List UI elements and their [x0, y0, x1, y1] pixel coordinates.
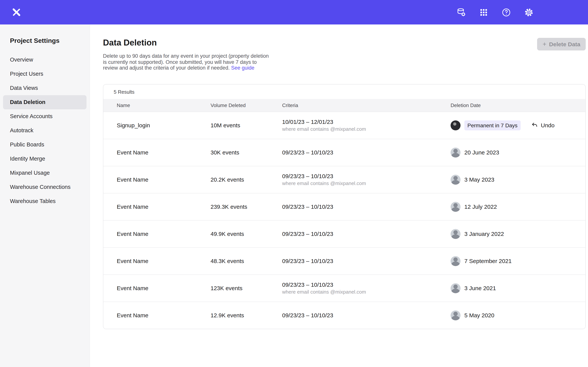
row-criteria: 09/23/23 – 10/10/23: [282, 312, 450, 318]
sidebar-nav: Overview Project Users Data Views Data D…: [0, 53, 90, 208]
row-criteria-cell: 09/23/23 – 10/10/23: [282, 231, 450, 237]
sidebar-item-autotrack[interactable]: Autotrack: [3, 124, 86, 138]
sidebar-item-data-views[interactable]: Data Views: [3, 81, 86, 95]
sidebar-item-label: Mixpanel Usage: [10, 170, 50, 176]
row-volume: 123K events: [211, 285, 282, 291]
row-deletion-cell: 5 May 2020: [450, 310, 578, 320]
row-volume: 48.3K events: [211, 258, 282, 264]
sidebar-item-label: Public Boards: [10, 142, 44, 148]
row-criteria-subtext: where email contains @mixpanel.com: [282, 180, 450, 186]
sidebar-item-label: Service Accounts: [10, 113, 52, 119]
row-deletion-date: 3 June 2021: [464, 285, 496, 291]
row-criteria-cell: 10/01/23 – 12/01/23 where email contains…: [282, 118, 450, 132]
main-content: Data Deletion Delete up to 90 days data …: [90, 25, 588, 367]
user-avatar: [450, 120, 460, 130]
sidebar-title: Project Settings: [0, 37, 90, 45]
sidebar-item-label: Data Deletion: [10, 99, 45, 105]
row-volume: 12.9K events: [211, 312, 282, 318]
sidebar-item-public-boards[interactable]: Public Boards: [3, 138, 86, 152]
row-deletion-cell: 3 January 2022: [450, 229, 578, 239]
row-name: Event Name: [117, 149, 211, 156]
table-row[interactable]: Event Name 239.3K events 09/23/23 – 10/1…: [103, 193, 585, 220]
row-volume: 30K events: [211, 149, 282, 156]
row-criteria: 09/23/23 – 10/10/23: [282, 231, 450, 237]
sidebar-item-label: Project Users: [10, 71, 43, 77]
row-deletion-date: 7 September 2021: [464, 258, 512, 264]
row-criteria-subtext: where email contains @mixpanel.com: [282, 126, 450, 132]
row-criteria: 10/01/23 – 12/01/23: [282, 118, 450, 125]
settings-sidebar: Project Settings Overview Project Users …: [0, 25, 90, 367]
sidebar-item-label: Warehouse Tables: [10, 198, 56, 204]
row-deletion-date: 12 July 2022: [464, 203, 497, 210]
page-header-text: Data Deletion Delete up to 90 days data …: [103, 38, 272, 71]
row-volume: 10M events: [211, 122, 282, 128]
row-deletion-cell: 3 June 2021: [450, 283, 578, 293]
row-name: Event Name: [117, 203, 211, 210]
help-icon[interactable]: [501, 7, 511, 17]
sidebar-item-service-accounts[interactable]: Service Accounts: [3, 109, 86, 124]
data-management-icon[interactable]: [456, 7, 466, 17]
column-header-criteria: Criteria: [282, 102, 450, 108]
plus-icon: +: [543, 41, 546, 47]
undo-button[interactable]: Undo: [531, 122, 554, 128]
column-header-deletion-date: Deletion Date: [450, 102, 578, 108]
row-criteria-cell: 09/23/23 – 10/10/23: [282, 203, 450, 210]
topbar-icon-group: [456, 7, 588, 17]
page-title: Data Deletion: [103, 38, 272, 48]
table-header-row: Name Volume Deleted Criteria Deletion Da…: [103, 99, 585, 111]
apps-grid-icon[interactable]: [478, 7, 488, 17]
mixpanel-logo[interactable]: [11, 7, 22, 17]
table-row[interactable]: Event Name 20.2K events 09/23/23 – 10/10…: [103, 166, 585, 193]
row-deletion-date: 5 May 2020: [464, 312, 494, 318]
row-name: Event Name: [117, 285, 211, 291]
row-name: Event Name: [117, 312, 211, 318]
row-deletion-cell: 3 May 2023: [450, 175, 578, 184]
column-header-volume-deleted: Volume Deleted: [211, 102, 282, 108]
row-criteria-cell: 09/23/23 – 10/10/23: [282, 312, 450, 318]
top-navigation-bar: [0, 0, 588, 25]
sidebar-item-label: Autotrack: [10, 127, 34, 133]
row-criteria: 09/23/23 – 10/10/23: [282, 281, 450, 288]
settings-icon[interactable]: [524, 7, 534, 17]
page-description: Delete up to 90 days data for any event …: [103, 53, 272, 71]
column-header-name: Name: [117, 102, 211, 108]
page-layout: Project Settings Overview Project Users …: [0, 25, 588, 367]
delete-data-button[interactable]: + Delete Data: [537, 38, 586, 50]
row-criteria: 09/23/23 – 10/10/23: [282, 149, 450, 156]
table-row[interactable]: Event Name 49.9K events 09/23/23 – 10/10…: [103, 220, 585, 247]
row-criteria-cell: 09/23/23 – 10/10/23 where email contains…: [282, 281, 450, 295]
table-row[interactable]: Signup_login 10M events 10/01/23 – 12/01…: [103, 111, 585, 139]
table-body: Signup_login 10M events 10/01/23 – 12/01…: [103, 111, 585, 329]
user-avatar: [450, 229, 460, 239]
row-deletion-cell: 20 June 2023: [450, 147, 578, 157]
table-row[interactable]: Event Name 48.3K events 09/23/23 – 10/10…: [103, 247, 585, 274]
sidebar-item-identity-merge[interactable]: Identity Merge: [3, 152, 86, 166]
sidebar-item-warehouse-tables[interactable]: Warehouse Tables: [3, 194, 86, 208]
row-criteria-cell: 09/23/23 – 10/10/23: [282, 149, 450, 156]
table-row[interactable]: Event Name 12.9K events 09/23/23 – 10/10…: [103, 301, 585, 329]
row-volume: 20.2K events: [211, 176, 282, 183]
mixpanel-app: Project Settings Overview Project Users …: [0, 0, 588, 367]
row-volume: 239.3K events: [211, 203, 282, 210]
row-criteria-subtext: where email contains @mixpanel.com: [282, 289, 450, 295]
table-row[interactable]: Event Name 30K events 09/23/23 – 10/10/2…: [103, 139, 585, 166]
row-criteria: 09/23/23 – 10/10/23: [282, 203, 450, 210]
deletion-table-card: 5 Results Name Volume Deleted Criteria D…: [103, 84, 586, 329]
row-deletion-date: 3 January 2022: [464, 231, 504, 237]
row-criteria-cell: 09/23/23 – 10/10/23: [282, 258, 450, 264]
mixpanel-logo-icon: [11, 7, 21, 17]
row-name: Signup_login: [117, 122, 211, 128]
undo-button-label: Undo: [541, 122, 554, 128]
table-row[interactable]: Event Name 123K events 09/23/23 – 10/10/…: [103, 274, 585, 301]
sidebar-item-data-deletion[interactable]: Data Deletion: [3, 95, 86, 109]
sidebar-item-overview[interactable]: Overview: [3, 53, 86, 67]
sidebar-item-label: Warehouse Connections: [10, 184, 71, 190]
sidebar-item-project-users[interactable]: Project Users: [3, 67, 86, 81]
user-avatar: [450, 310, 460, 320]
user-avatar: [450, 202, 460, 212]
row-deletion-date: 20 June 2023: [464, 149, 499, 156]
sidebar-item-mixpanel-usage[interactable]: Mixpanel Usage: [3, 166, 86, 180]
see-guide-link[interactable]: See guide: [231, 65, 254, 71]
row-name: Event Name: [117, 231, 211, 237]
sidebar-item-warehouse-connections[interactable]: Warehouse Connections: [3, 180, 86, 194]
